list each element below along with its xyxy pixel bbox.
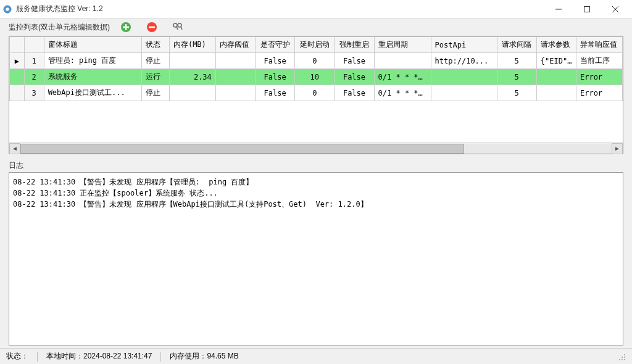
svg-point-1	[6, 7, 9, 10]
svg-line-14	[181, 27, 182, 30]
window-title: 服务健康状态监控 Ver: 1.2	[16, 4, 544, 14]
table-row[interactable]: 3WebApi接口测试工...停止False0False0/1 * * * *5…	[10, 85, 623, 101]
search-button[interactable]	[172, 21, 184, 33]
statusbar: 状态： 本地时间：2024-08-22 13:41:47 内存使用：94.65 …	[0, 348, 632, 364]
statusbar-separator	[160, 352, 161, 362]
cell-memory[interactable]	[169, 53, 215, 69]
column-is-guard[interactable]: 是否守护	[256, 37, 295, 53]
toolbar: 监控列表(双击单元格编辑数据)	[0, 19, 632, 35]
scroll-left-arrow[interactable]: ◄	[9, 143, 20, 154]
statusbar-separator	[37, 352, 38, 362]
cell-memory_threshold[interactable]	[215, 85, 255, 101]
horizontal-scrollbar[interactable]: ◄ ►	[9, 143, 623, 154]
table-row[interactable]: 2系统服务运行2.34False10False0/1 * * * *5Error	[10, 69, 623, 85]
remove-button[interactable]	[146, 21, 158, 33]
cell-memory_threshold[interactable]	[215, 69, 255, 85]
status-label: 状态：	[6, 351, 28, 362]
table-header-row: 窗体标题 状态 内存(MB) 内存阈值 是否守护 延时启动 强制重启 重启周期 …	[10, 37, 623, 53]
cell-memory[interactable]: 2.34	[169, 69, 215, 85]
column-err-response[interactable]: 异常响应值	[576, 37, 622, 53]
local-time: 本地时间：2024-08-22 13:41:47	[46, 351, 152, 362]
monitor-list-label: 监控列表(双击单元格编辑数据)	[9, 22, 110, 33]
column-window-title[interactable]: 窗体标题	[44, 37, 141, 53]
cell-req_params[interactable]: {"EID"...	[536, 53, 576, 69]
cell-restart_cycle[interactable]: 0/1 * * * *	[374, 85, 431, 101]
svg-point-17	[624, 357, 625, 358]
column-restart-cycle[interactable]: 重启周期	[374, 37, 431, 53]
cell-num[interactable]: 1	[24, 53, 44, 69]
cell-req_interval[interactable]: 5	[497, 53, 536, 69]
svg-point-18	[619, 359, 620, 360]
cell-req_interval[interactable]: 5	[497, 85, 536, 101]
cell-window_title[interactable]: 系统服务	[44, 69, 141, 85]
cell-post_api[interactable]: http://10...	[431, 53, 497, 69]
column-force-restart[interactable]: 强制重启	[335, 37, 374, 53]
app-icon	[2, 4, 12, 14]
row-indicator[interactable]	[10, 69, 25, 85]
monitor-table[interactable]: 窗体标题 状态 内存(MB) 内存阈值 是否守护 延时启动 强制重启 重启周期 …	[9, 36, 623, 101]
cell-window_title[interactable]: 管理员: ping 百度	[44, 53, 141, 69]
cell-window_title[interactable]: WebApi接口测试工...	[44, 85, 141, 101]
memory-usage: 内存使用：94.65 MB	[170, 351, 238, 362]
cell-err_response[interactable]: 当前工序	[576, 53, 622, 69]
cell-err_response[interactable]: Error	[576, 85, 622, 101]
svg-point-16	[622, 357, 623, 358]
cell-memory_threshold[interactable]	[215, 53, 255, 69]
cell-num[interactable]: 3	[24, 85, 44, 101]
log-textarea[interactable]: 08-22 13:41:30 【警告】未发现 应用程序【管理员: ping 百度…	[9, 172, 623, 345]
svg-point-15	[624, 354, 625, 355]
cell-is_guard[interactable]: False	[256, 69, 295, 85]
cell-status[interactable]: 运行	[141, 69, 169, 85]
cell-num[interactable]: 2	[24, 69, 44, 85]
column-memory[interactable]: 内存(MB)	[169, 37, 215, 53]
column-rownum	[24, 37, 44, 53]
cell-status[interactable]: 停止	[141, 85, 169, 101]
column-delay-start[interactable]: 延时启动	[295, 37, 335, 53]
cell-post_api[interactable]	[431, 69, 497, 85]
minimize-button[interactable]	[544, 0, 573, 19]
column-status[interactable]: 状态	[141, 37, 169, 53]
column-req-params[interactable]: 请求参数	[536, 37, 576, 53]
svg-point-20	[624, 359, 625, 360]
log-section: 日志 08-22 13:41:30 【警告】未发现 应用程序【管理员: ping…	[9, 159, 623, 345]
add-button[interactable]	[120, 21, 132, 33]
cell-err_response[interactable]: Error	[576, 69, 622, 85]
cell-force_restart[interactable]: False	[335, 53, 374, 69]
cell-restart_cycle[interactable]	[374, 53, 431, 69]
svg-rect-3	[584, 6, 590, 12]
close-button[interactable]	[601, 0, 630, 19]
cell-req_params[interactable]	[536, 69, 576, 85]
row-indicator[interactable]	[10, 85, 25, 101]
row-indicator[interactable]: ▶	[10, 53, 25, 69]
log-label: 日志	[9, 159, 623, 172]
cell-memory[interactable]	[169, 85, 215, 101]
cell-restart_cycle[interactable]: 0/1 * * * *	[374, 69, 431, 85]
cell-req_interval[interactable]: 5	[497, 69, 536, 85]
cell-post_api[interactable]	[431, 85, 497, 101]
svg-point-19	[622, 359, 623, 360]
cell-status[interactable]: 停止	[141, 53, 169, 69]
scroll-thumb[interactable]	[20, 144, 464, 154]
resize-grip[interactable]	[617, 352, 626, 361]
cell-delay_start[interactable]: 0	[295, 53, 335, 69]
cell-force_restart[interactable]: False	[335, 69, 374, 85]
column-req-interval[interactable]: 请求间隔	[497, 37, 536, 53]
svg-line-13	[177, 27, 178, 30]
column-post-api[interactable]: PostApi	[431, 37, 497, 53]
cell-is_guard[interactable]: False	[256, 85, 295, 101]
scroll-right-arrow[interactable]: ►	[612, 143, 623, 154]
column-memory-threshold[interactable]: 内存阈值	[215, 37, 255, 53]
column-indicator	[10, 37, 25, 53]
table-row[interactable]: ▶1管理员: ping 百度停止False0Falsehttp://10...5…	[10, 53, 623, 69]
cell-delay_start[interactable]: 10	[295, 69, 335, 85]
scroll-track[interactable]	[20, 144, 612, 154]
cell-delay_start[interactable]: 0	[295, 85, 335, 101]
cell-force_restart[interactable]: False	[335, 85, 374, 101]
monitor-table-container: 窗体标题 状态 内存(MB) 内存阈值 是否守护 延时启动 强制重启 重启周期 …	[9, 36, 623, 154]
cell-is_guard[interactable]: False	[256, 53, 295, 69]
maximize-button[interactable]	[573, 0, 601, 19]
titlebar: 服务健康状态监控 Ver: 1.2	[0, 0, 632, 19]
cell-req_params[interactable]	[536, 85, 576, 101]
